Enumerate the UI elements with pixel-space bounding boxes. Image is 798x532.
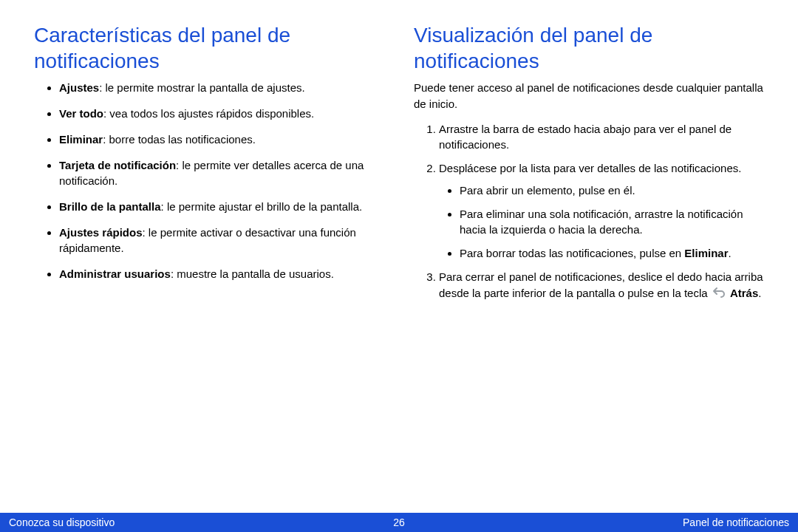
sub-text: Para abrir un elemento, pulse en él. <box>460 184 635 197</box>
footer-page-number: 26 <box>393 516 405 528</box>
right-column: Visualización del panel de notificacione… <box>414 22 764 309</box>
item-term: Ver todo <box>59 107 103 120</box>
steps-list: Arrastre la barra de estado hacia abajo … <box>414 121 764 302</box>
footer-right: Panel de notificaciones <box>405 516 789 528</box>
list-item: Ajustes rápidos: le permite activar o de… <box>59 225 384 256</box>
manual-page: Características del panel de notificacio… <box>0 0 798 532</box>
list-item: Ver todo: vea todos los ajustes rápidos … <box>59 106 384 121</box>
item-term: Ajustes rápidos <box>59 226 143 239</box>
list-item: Para eliminar una sola notificación, arr… <box>460 206 764 239</box>
list-item: Ajustes: le permite mostrar la pantalla … <box>59 80 384 95</box>
sub-text: . <box>729 247 732 259</box>
list-item: Administrar usuarios: muestre la pantall… <box>59 266 384 282</box>
list-item: Brillo de la pantalla: le permite ajusta… <box>59 199 384 214</box>
list-item: Para abrir un elemento, pulse en él. <box>460 183 764 199</box>
item-desc: : borre todas las notificaciones. <box>103 133 256 146</box>
list-item: Tarjeta de notificación: le permite ver … <box>59 157 384 188</box>
left-column: Características del panel de notificacio… <box>34 22 384 309</box>
list-item: Eliminar: borre todas las notificaciones… <box>59 132 384 147</box>
step-text: . <box>758 287 761 299</box>
substep-list: Para abrir un elemento, pulse en él. Par… <box>439 183 764 262</box>
item-desc: : vea todos los ajustes rápidos disponib… <box>103 107 314 120</box>
bold-term: Eliminar <box>684 247 728 259</box>
item-term: Tarjeta de notificación <box>59 159 176 171</box>
item-desc: : muestre la pantalla de usuarios. <box>171 267 334 280</box>
sub-text: Para eliminar una sola notificación, arr… <box>460 208 743 236</box>
step-item: Para cerrar el panel de notificaciones, … <box>439 269 764 302</box>
item-term: Administrar usuarios <box>59 267 171 280</box>
step-item: Desplácese por la lista para ver detalle… <box>439 160 764 262</box>
footer-left: Conozca su dispositivo <box>9 516 393 528</box>
two-column-layout: Características del panel de notificacio… <box>0 0 798 309</box>
right-heading: Visualización del panel de notificacione… <box>414 22 764 74</box>
page-footer: Conozca su dispositivo 26 Panel de notif… <box>0 513 798 532</box>
item-term: Eliminar <box>59 133 103 146</box>
feature-list: Ajustes: le permite mostrar la pantalla … <box>34 80 384 282</box>
sub-text: Para borrar todas las notificaciones, pu… <box>460 247 684 259</box>
item-desc: : le permite ajustar el brillo de la pan… <box>161 200 363 213</box>
back-icon <box>712 286 726 302</box>
bold-term: Atrás <box>730 287 758 299</box>
intro-paragraph: Puede tener acceso al panel de notificac… <box>414 80 764 112</box>
step-text: Desplácese por la lista para ver detalle… <box>439 162 741 174</box>
list-item: Para borrar todas las notificaciones, pu… <box>460 245 764 262</box>
item-term: Ajustes <box>59 81 99 94</box>
left-heading: Características del panel de notificacio… <box>34 22 384 74</box>
item-term: Brillo de la pantalla <box>59 200 161 213</box>
step-text: Arrastre la barra de estado hacia abajo … <box>439 123 732 151</box>
step-item: Arrastre la barra de estado hacia abajo … <box>439 121 764 154</box>
item-desc: : le permite mostrar la pantalla de ajus… <box>99 81 304 94</box>
